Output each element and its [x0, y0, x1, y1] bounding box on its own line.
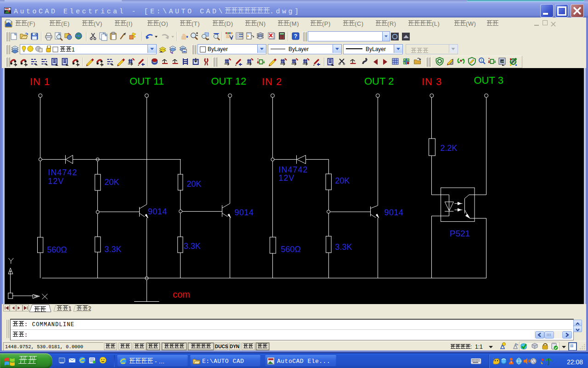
- svg-text:12V: 12V: [279, 173, 295, 183]
- svg-text:IN4742: IN4742: [48, 168, 78, 177]
- svg-text:OUT 11: OUT 11: [130, 75, 164, 87]
- svg-text:9014: 9014: [235, 208, 254, 217]
- svg-text:20K: 20K: [105, 178, 119, 187]
- svg-text:12V: 12V: [48, 177, 64, 186]
- svg-text:OUT 3: OUT 3: [474, 75, 503, 86]
- svg-text:9014: 9014: [148, 207, 167, 216]
- svg-text:9014: 9014: [384, 208, 404, 217]
- svg-text:IN4742: IN4742: [279, 165, 308, 174]
- svg-text:3.3K: 3.3K: [184, 242, 201, 251]
- svg-text:P521: P521: [450, 229, 470, 238]
- svg-text:OUT 2: OUT 2: [364, 75, 394, 87]
- svg-text:com: com: [173, 289, 190, 299]
- svg-text:560Ω: 560Ω: [281, 245, 301, 254]
- svg-text:2.2K: 2.2K: [441, 144, 458, 153]
- svg-text:3.3K: 3.3K: [335, 242, 352, 252]
- svg-text:IN 3: IN 3: [422, 76, 442, 87]
- svg-text:IN 2: IN 2: [262, 76, 282, 87]
- svg-text:560Ω: 560Ω: [47, 245, 68, 254]
- svg-text:IN 1: IN 1: [30, 76, 50, 87]
- svg-text:20K: 20K: [335, 176, 350, 185]
- svg-text:OUT 12: OUT 12: [211, 75, 247, 87]
- svg-text:3.3K: 3.3K: [105, 245, 122, 254]
- svg-text:20K: 20K: [187, 179, 202, 189]
- svg-text:?: ?: [294, 33, 297, 40]
